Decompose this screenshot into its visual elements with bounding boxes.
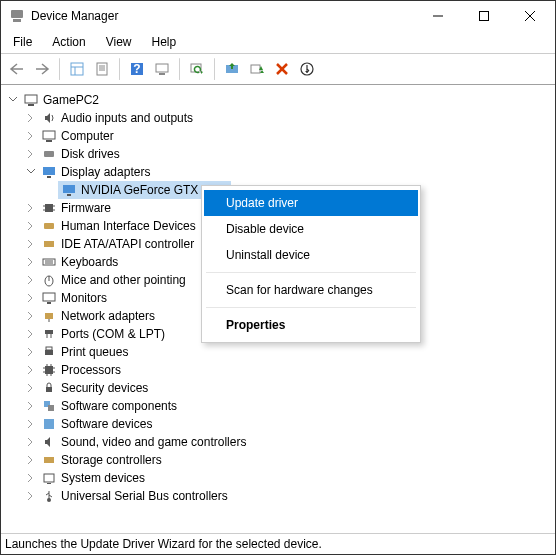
expand-icon[interactable]	[24, 471, 38, 485]
svg-rect-62	[46, 387, 52, 392]
category-label: Software components	[61, 399, 177, 413]
svg-rect-64	[48, 405, 54, 411]
tree-category[interactable]: Software devices	[2, 415, 554, 433]
svg-rect-3	[480, 12, 489, 21]
tree-category[interactable]: Sound, video and game controllers	[2, 433, 554, 451]
svg-rect-65	[44, 419, 54, 429]
tree-category[interactable]: Disk drives	[2, 145, 554, 163]
tree-category[interactable]: Universal Serial Bus controllers	[2, 487, 554, 505]
collapse-icon[interactable]	[24, 165, 38, 179]
category-label: Monitors	[61, 291, 107, 305]
svg-rect-38	[44, 241, 54, 247]
tree-root[interactable]: GamePC2	[2, 91, 554, 109]
category-label: Audio inputs and outputs	[61, 111, 193, 125]
context-menu-disable-device[interactable]: Disable device	[204, 216, 418, 242]
toolbar-separator	[119, 58, 120, 80]
tree-category[interactable]: Software components	[2, 397, 554, 415]
expand-icon[interactable]	[24, 399, 38, 413]
show-hide-tree-button[interactable]	[65, 57, 89, 81]
context-menu: Update driver Disable device Uninstall d…	[201, 185, 421, 343]
svg-rect-25	[43, 131, 55, 139]
expand-icon[interactable]	[24, 111, 38, 125]
display-icon	[61, 182, 77, 198]
software-icon	[41, 416, 57, 432]
category-label: System devices	[61, 471, 145, 485]
toolbar-separator	[179, 58, 180, 80]
computer-toolbar-button[interactable]	[150, 57, 174, 81]
expand-icon[interactable]	[24, 345, 38, 359]
context-menu-update-driver[interactable]: Update driver	[204, 190, 418, 216]
tree-category[interactable]: Print queues	[2, 343, 554, 361]
computer-icon	[23, 92, 39, 108]
menu-file[interactable]: File	[5, 33, 40, 51]
context-menu-scan-hardware[interactable]: Scan for hardware changes	[204, 277, 418, 303]
expand-icon[interactable]	[24, 435, 38, 449]
tree-category[interactable]: Storage controllers	[2, 451, 554, 469]
mouse-icon	[41, 272, 57, 288]
expand-icon[interactable]	[24, 327, 38, 341]
svg-rect-9	[97, 63, 107, 75]
svg-rect-30	[63, 185, 75, 193]
context-menu-divider	[206, 272, 416, 273]
usb-icon	[41, 488, 57, 504]
close-button[interactable]	[507, 1, 553, 31]
svg-rect-53	[45, 366, 53, 374]
add-legacy-toolbar-button[interactable]	[295, 57, 319, 81]
expand-icon[interactable]	[24, 291, 38, 305]
expand-icon[interactable]	[24, 201, 38, 215]
menu-help[interactable]: Help	[144, 33, 185, 51]
tree-category[interactable]: System devices	[2, 469, 554, 487]
tree-category[interactable]: Audio inputs and outputs	[2, 109, 554, 127]
printer-icon	[41, 344, 57, 360]
context-menu-properties[interactable]: Properties	[204, 312, 418, 338]
category-label: Disk drives	[61, 147, 120, 161]
svg-rect-23	[25, 95, 37, 103]
expand-icon[interactable]	[24, 237, 38, 251]
tree-category[interactable]: Processors	[2, 361, 554, 379]
category-label: Universal Serial Bus controllers	[61, 489, 228, 503]
forward-button[interactable]	[30, 57, 54, 81]
category-label: Software devices	[61, 417, 152, 431]
tree-category[interactable]: Security devices	[2, 379, 554, 397]
update-driver-toolbar-button[interactable]	[220, 57, 244, 81]
svg-rect-48	[45, 330, 53, 334]
menu-action[interactable]: Action	[44, 33, 93, 51]
expand-icon[interactable]	[24, 309, 38, 323]
svg-rect-39	[43, 259, 55, 265]
expand-icon[interactable]	[24, 219, 38, 233]
menu-view[interactable]: View	[98, 33, 140, 51]
svg-rect-32	[45, 204, 53, 212]
back-button[interactable]	[5, 57, 29, 81]
expand-icon[interactable]	[6, 93, 20, 107]
help-toolbar-button[interactable]: ?	[125, 57, 149, 81]
minimize-button[interactable]	[415, 1, 461, 31]
expand-icon[interactable]	[24, 147, 38, 161]
category-label: Processors	[61, 363, 121, 377]
disable-device-toolbar-button[interactable]	[245, 57, 269, 81]
svg-rect-16	[159, 73, 165, 75]
svg-rect-15	[156, 64, 168, 72]
svg-rect-19	[251, 65, 260, 73]
expand-icon[interactable]	[24, 255, 38, 269]
computer-icon	[41, 128, 57, 144]
expand-icon[interactable]	[24, 381, 38, 395]
svg-rect-27	[44, 151, 54, 157]
expand-icon[interactable]	[24, 417, 38, 431]
expand-icon[interactable]	[24, 489, 38, 503]
expand-icon[interactable]	[24, 273, 38, 287]
svg-rect-29	[47, 176, 51, 178]
svg-rect-31	[67, 194, 71, 196]
expand-icon[interactable]	[24, 129, 38, 143]
context-menu-uninstall-device[interactable]: Uninstall device	[204, 242, 418, 268]
svg-rect-24	[28, 104, 34, 106]
tree-category[interactable]: Display adapters	[2, 163, 554, 181]
scan-hardware-toolbar-button[interactable]	[185, 57, 209, 81]
uninstall-device-toolbar-button[interactable]	[270, 57, 294, 81]
hid-icon	[41, 218, 57, 234]
tree-category[interactable]: Computer	[2, 127, 554, 145]
expand-icon[interactable]	[24, 453, 38, 467]
svg-rect-26	[46, 140, 52, 142]
maximize-button[interactable]	[461, 1, 507, 31]
expand-icon[interactable]	[24, 363, 38, 377]
properties-toolbar-button[interactable]	[90, 57, 114, 81]
